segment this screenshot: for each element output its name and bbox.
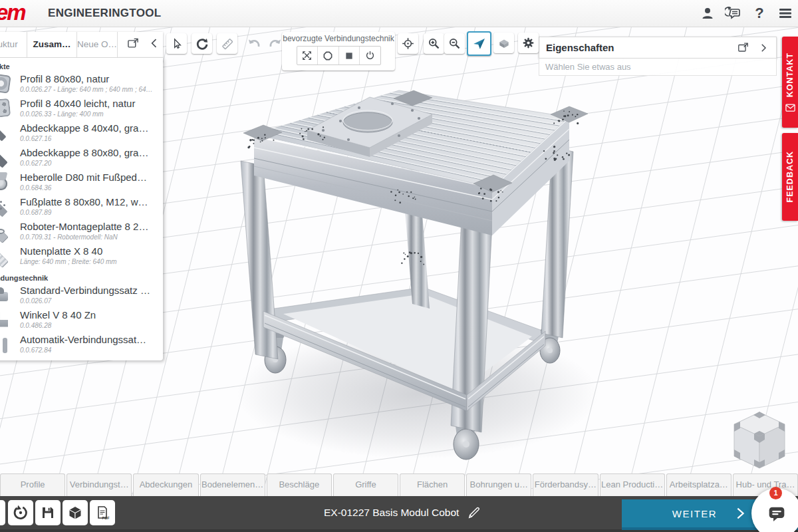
part-list-item[interactable]: x Standard-Verbindungssatz … 0.0.026.07 (0, 283, 163, 307)
prism-icon (497, 37, 511, 50)
settings-gear-icon (521, 36, 535, 50)
rotate-icon (195, 37, 209, 51)
part-subtitle: 0.0.684.36 (20, 184, 147, 192)
save-button[interactable] (35, 500, 61, 525)
part-title: Heberolle D80 mit Fußped… (20, 172, 147, 184)
reset-button[interactable] (8, 500, 33, 525)
part-title: Fußplatte 8 80x80, M12, w… (20, 197, 148, 208)
category-tab[interactable]: Flächen (400, 473, 465, 496)
zoom-in-button[interactable] (424, 33, 444, 54)
category-tab[interactable]: Beschläge (267, 473, 332, 496)
part-list-item[interactable]: x Nutenplatte X 8 40 Länge: 640 mm ; Bre… (0, 243, 163, 268)
parts-list-verbindungstechnik: x Standard-Verbindungssatz … 0.0.026.07 … (0, 283, 163, 356)
center-view-button[interactable] (398, 33, 418, 54)
part-thumbnail-icon (0, 245, 15, 267)
svg-text:PDF: PDF (102, 516, 110, 520)
part-list-item[interactable]: x Abdeckkappe 8 80x80, gra… 0.0.627.20 (0, 145, 163, 170)
fit-connection-button[interactable] (297, 47, 319, 65)
edit-pencil-icon[interactable] (467, 505, 481, 520)
zoom-out-icon (448, 37, 462, 51)
category-tab[interactable]: Bodenelemen… (200, 473, 265, 496)
app-title: ENGINEERINGTOOL (48, 0, 161, 27)
feedback-tab[interactable]: FEEDBACK (782, 133, 798, 221)
section-title-produkte: Produkte (0, 61, 163, 71)
category-tab-bar: Profile Verbindungst… Abdeckungen Bodene… (0, 473, 798, 496)
menu-icon[interactable] (777, 5, 794, 22)
part-list-item[interactable]: x Profil 8 40x40 leicht, natur 0.0.026.3… (0, 96, 163, 120)
feedback-bubble-icon[interactable] (725, 5, 742, 22)
part-thumbnail-icon (0, 122, 15, 144)
part-list-item[interactable]: x Profil 8 80x80, natur 0.0.026.27 - Län… (0, 71, 163, 96)
pdf-export-button[interactable]: PDF (90, 500, 115, 525)
properties-empty-hint: Wählen Sie etwas aus (539, 59, 777, 76)
panel-tab[interactable]: Struktur (0, 32, 27, 57)
center-target-icon (401, 37, 415, 51)
viewport-settings-button[interactable] (518, 33, 539, 53)
panel-tab[interactable]: Neue O… (77, 32, 118, 57)
part-thumbnail-icon (0, 284, 15, 307)
export-3d-button[interactable] (63, 500, 88, 525)
part-subtitle: 0.0.026.33 - Länge: 400 mm (20, 110, 135, 118)
part-list-item[interactable]: x Abdeckkappe 8 40x40, gra… 0.0.627.16 (0, 120, 163, 145)
part-thumbnail-icon (0, 146, 15, 169)
fly-mode-button-active[interactable] (467, 31, 491, 56)
power-connection-button[interactable] (360, 47, 380, 65)
part-title: Standard-Verbindungssatz … (20, 285, 150, 297)
connection-technique-group: bevorzugte Verbindungstechnik (282, 32, 395, 70)
category-tab[interactable]: Profile (0, 473, 65, 496)
power-icon (364, 50, 376, 61)
redo-icon (267, 36, 283, 52)
save-floppy-icon (40, 505, 56, 521)
select-tool-button[interactable] (166, 33, 187, 54)
measure-tool-button[interactable] (217, 33, 237, 54)
view-navigation-cube[interactable] (726, 407, 793, 475)
pdf-export-icon: PDF (94, 505, 110, 521)
top-header-bar: em ENGINEERINGTOOL ? (0, 0, 798, 27)
part-thumbnail-icon (0, 171, 15, 194)
part-thumbnail-icon (0, 220, 15, 243)
part-thumbnail-icon (0, 97, 15, 120)
category-tab[interactable]: Förderbandsy… (533, 473, 598, 496)
parts-list-produkte: x Profil 8 80x80, natur 0.0.026.27 - Län… (0, 71, 163, 268)
item-logo[interactable]: em (0, 0, 25, 25)
zoom-in-icon (427, 37, 441, 51)
octagon-connection-button[interactable] (318, 47, 339, 65)
part-list-item[interactable]: x Heberolle D80 mit Fußped… 0.0.684.36 (0, 170, 163, 194)
part-thumbnail-icon (0, 333, 15, 356)
zoom-out-button[interactable] (444, 33, 465, 54)
kontakt-tab[interactable]: KONTAKT (782, 37, 798, 128)
square-connection-button[interactable] (339, 47, 360, 65)
properties-panel: Eigenschaften Wählen Sie etwas aus (539, 37, 777, 76)
part-title: Profil 8 40x40 leicht, natur (20, 98, 135, 110)
popout-icon[interactable] (126, 37, 140, 50)
part-list-item[interactable]: x Fußplatte 8 80x80, M12, w… 0.0.687.89 (0, 194, 163, 219)
solid-view-button[interactable] (493, 33, 514, 53)
part-list-item[interactable]: x Roboter-Montageplatte 8 2… 0.0.709.31 … (0, 219, 163, 243)
section-title-verbindungstechnik: Verbindungstechnik (0, 272, 163, 283)
part-list-item[interactable]: x Automatik-Verbindungssat… 0.0.672.84 (0, 332, 163, 356)
connection-group-label: bevorzugte Verbindungstechnik (282, 32, 395, 46)
help-icon[interactable]: ? (751, 5, 768, 22)
parts-panel: Struktur Zusam… Neue O… Produkte x Profi… (0, 32, 163, 360)
category-tab[interactable]: Griffe (333, 473, 398, 496)
user-icon[interactable] (699, 5, 716, 22)
category-tab[interactable]: Verbindungst… (66, 473, 132, 496)
category-tab[interactable]: Bohrungen u… (466, 473, 531, 496)
octagon-icon (322, 50, 334, 62)
rotate-tool-button[interactable] (192, 33, 212, 54)
envelope-icon (785, 104, 795, 112)
category-tab[interactable]: Abdeckungen (133, 473, 198, 496)
undo-button[interactable] (243, 33, 264, 54)
category-tab[interactable]: Lean Producti… (600, 473, 665, 496)
panel-tab[interactable]: Zusam… (27, 32, 77, 57)
notification-badge[interactable]: 1 (769, 487, 782, 499)
select-cursor-icon (170, 37, 184, 51)
popout-icon[interactable] (737, 41, 749, 54)
part-list-item[interactable]: x Winkel V 8 40 Zn 0.0.486.28 (0, 307, 163, 332)
collapse-panel-icon[interactable] (757, 42, 769, 54)
collapse-panel-icon[interactable] (148, 37, 161, 50)
part-title: Abdeckkappe 8 40x40, gra… (20, 123, 148, 134)
partial-button[interactable] (0, 500, 5, 525)
part-subtitle: 0.0.026.07 (20, 297, 150, 305)
category-tab[interactable]: Arbeitsplatza… (666, 473, 732, 496)
